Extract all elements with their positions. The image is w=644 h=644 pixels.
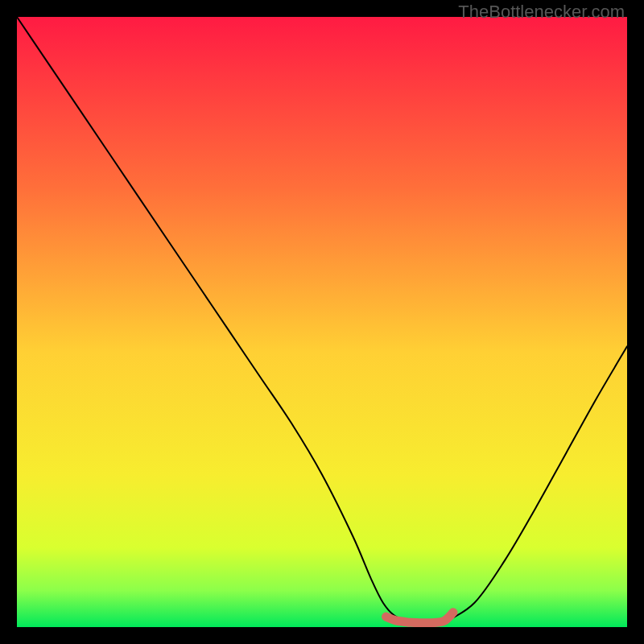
bottleneck-chart xyxy=(17,17,627,627)
chart-background xyxy=(17,17,627,627)
watermark-text: TheBottleneсker.com xyxy=(458,2,625,23)
chart-frame xyxy=(17,17,627,627)
